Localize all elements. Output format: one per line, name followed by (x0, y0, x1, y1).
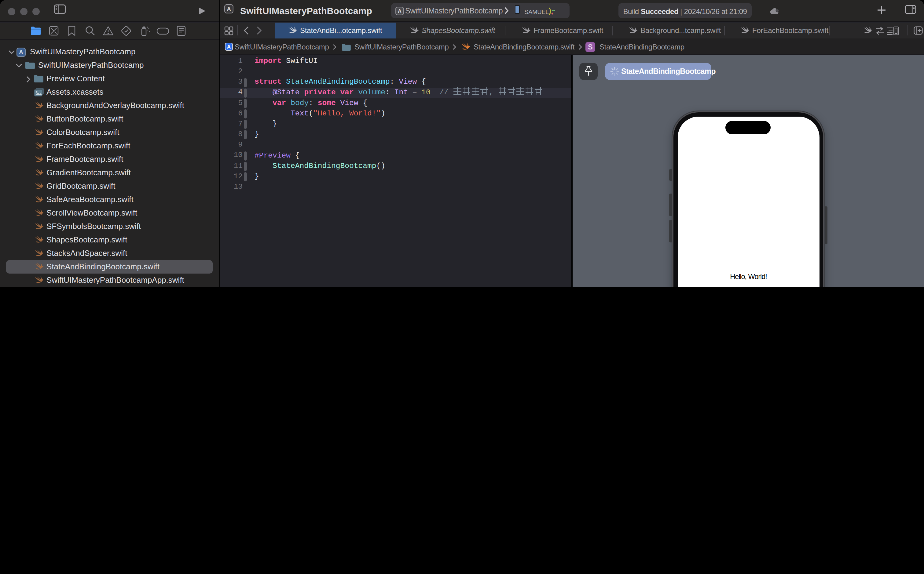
svg-text:A: A (227, 5, 231, 12)
svg-text:A: A (398, 8, 402, 14)
